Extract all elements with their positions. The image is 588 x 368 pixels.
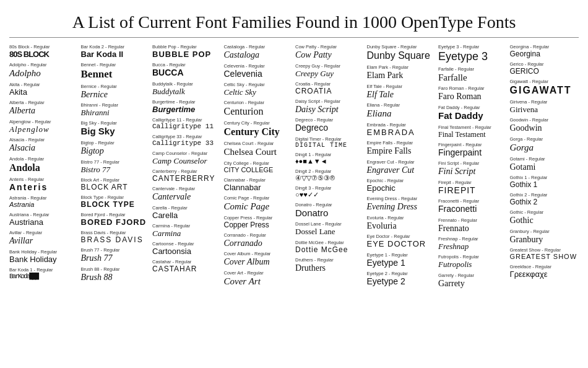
font-entry: Big Sky - RegularBig Sky	[81, 120, 150, 138]
font-display: Eyetype 1	[367, 258, 436, 269]
font-display: Fini Script	[438, 166, 508, 177]
font-label: Degreco - Regular	[295, 117, 365, 123]
font-label: Calligritype 11 - Regular	[152, 117, 222, 123]
font-entry: Girivena - RegularGirivena	[510, 99, 579, 115]
font-entry: Daisy Script - RegularDaisy Script	[295, 99, 365, 115]
font-label: Dingit 1 - Regular	[295, 152, 365, 157]
font-entry: Clannabar - RegularClannabar	[224, 177, 293, 193]
font-label: Dingit 3 - Regular	[295, 185, 365, 191]
font-label: Brass Davis - Regular	[81, 230, 150, 235]
font-label: Austriana - Regular	[9, 212, 79, 217]
font-label: Eyetype 1 - Regular	[367, 252, 436, 258]
font-display: Evoluria	[367, 221, 436, 232]
font-entry: Bucca - RegularBUCCA	[152, 62, 222, 79]
font-display: Copper Press	[224, 221, 293, 230]
font-display: CASTAHAR	[152, 265, 222, 274]
font-display: 80S BLOCK	[9, 50, 79, 59]
font-entry: Futropolis - RegularFutropolis	[438, 254, 508, 269]
font-entry: Eyetype 3 - RegularEyetype 3	[438, 44, 508, 64]
font-entry: Fat Daddy - RegularFat Daddy	[438, 105, 508, 122]
font-display: CROATIA	[295, 87, 365, 96]
font-label: Anteris - Regular	[9, 177, 79, 182]
font-display: Austriana	[9, 217, 79, 227]
font-label: Goodwin - Regular	[510, 117, 579, 123]
font-entry: Block Art - RegularBLOCK ART	[81, 177, 150, 192]
font-label: Cow Patty - Regular	[295, 44, 365, 50]
font-column-col7: Eyetype 3 - RegularEyetype 3Farfalle - R…	[438, 44, 508, 291]
font-entry: Bank Holiday - RegularBank Holiday	[9, 249, 79, 265]
font-label: Druthers - Regular	[295, 257, 365, 263]
font-display: Bar Koda II	[81, 50, 150, 59]
font-label: Avillar - Regular	[9, 230, 79, 235]
font-display: Burgertime	[152, 105, 222, 115]
font-label: Dingit 2 - Regular	[295, 169, 365, 174]
font-entry: Eye Doctor - RegularEYE DOCTOR	[367, 234, 436, 249]
font-entry: Adolpho - RegularAdolpho	[9, 62, 79, 79]
font-entry: Cover Art - RegularCover Art	[224, 270, 293, 287]
font-entry: Greekface - RegularΓρεεκφαχε	[510, 264, 579, 279]
font-label: Alpenglow - Regular	[9, 119, 79, 125]
font-label: Fat Daddy - Regular	[438, 105, 508, 110]
font-label: Frennato - Regular	[438, 217, 508, 223]
font-label: Dunby Square - Regular	[367, 44, 436, 50]
font-entry: Croatia - RegularCROATIA	[295, 81, 365, 96]
font-display: Avillar	[9, 235, 79, 247]
font-entry: Castaloga - RegularCastaloga	[224, 44, 293, 61]
font-display: Girivena	[510, 105, 579, 115]
font-display: GREATEST SHOW	[510, 253, 579, 261]
font-entry: Dunby Square - RegularDunby Square	[367, 44, 436, 62]
font-label: Cantervale - Regular	[152, 186, 222, 191]
font-column-col6: Dunby Square - RegularDunby SquareElam P…	[367, 44, 436, 291]
font-label: 80s Block - Regular	[9, 44, 79, 50]
font-label: Chelsea Court - Regular	[224, 141, 293, 146]
font-display: BRASS DAVIS	[81, 235, 150, 245]
font-entry: Farfalle - RegularFarfalle	[438, 66, 508, 84]
font-label: Cover Album - Regular	[224, 251, 293, 256]
font-entry: Gothic - RegularGothic	[510, 209, 579, 226]
font-label: Fingerpaint - Regular	[438, 142, 508, 147]
font-display: Bank Holiday	[9, 255, 79, 265]
font-label: Celtic Sky - Regular	[224, 82, 293, 87]
font-display: Bennet	[81, 68, 150, 81]
font-label: Eye Doctor - Regular	[367, 234, 436, 239]
font-display: Eliana	[367, 108, 436, 120]
font-entry: Century City - RegularCentury City	[224, 120, 293, 138]
font-label: Creepy Guy - Regular	[295, 63, 365, 69]
font-entry: 80s Block - Regular80S BLOCK	[9, 44, 79, 59]
font-entry: Akita - RegularAkita	[9, 82, 79, 97]
font-display: GIGAWATT	[510, 84, 579, 97]
font-entry: Bigtop - RegularBigtop	[81, 140, 150, 157]
font-display: Astrania	[9, 201, 79, 209]
font-label: Bennet - Regular	[81, 62, 150, 68]
font-display: Georgina	[510, 50, 579, 59]
font-entry: Cover Album - RegularCover Album	[224, 251, 293, 268]
font-display: Carella	[152, 211, 222, 221]
font-label: Dottie McGee - Regular	[295, 240, 365, 245]
font-display: Bistro 77	[81, 165, 150, 175]
font-display: Elf Tale	[367, 89, 436, 100]
font-label: Freshnap - Regular	[438, 236, 508, 242]
font-label: Granbury - Regular	[510, 229, 579, 234]
font-entry: Gerico - RegularGERICO	[510, 61, 579, 76]
font-label: Eyetype 3 - Regular	[438, 44, 508, 50]
font-entry: Frennato - RegularFrennato	[438, 217, 508, 234]
font-label: Girivena - Regular	[510, 99, 579, 105]
font-label: Greekface - Regular	[510, 264, 579, 269]
font-display: Celtic Sky	[224, 87, 293, 97]
font-label: Donatro - Regular	[295, 202, 365, 208]
font-entry: Avillar - RegularAvillar	[9, 230, 79, 247]
font-label: Bar Koda 1 - Regular	[9, 267, 79, 273]
font-display: Dottie McGee	[295, 245, 365, 255]
font-label: Digital Timer - Regular	[295, 136, 365, 142]
font-label: Final Testament - Regular	[438, 125, 508, 130]
font-display: Γρεεκφαχε	[510, 269, 579, 279]
font-entry: Fingerpaint - RegularFingerpaint	[438, 142, 508, 159]
font-label: Astrania - Regular	[9, 195, 79, 201]
font-entry: Eyetype 2 - RegularEyetype 2	[367, 271, 436, 287]
font-display: Gotami	[510, 162, 579, 173]
font-label: Comic Page - Regular	[224, 195, 293, 201]
font-label: Clannabar - Regular	[224, 177, 293, 183]
font-label: Eyetype 2 - Regular	[367, 271, 436, 276]
font-display: Brush 88	[81, 272, 150, 283]
page-title: A List of Current Font Families Found in…	[9, 12, 579, 32]
